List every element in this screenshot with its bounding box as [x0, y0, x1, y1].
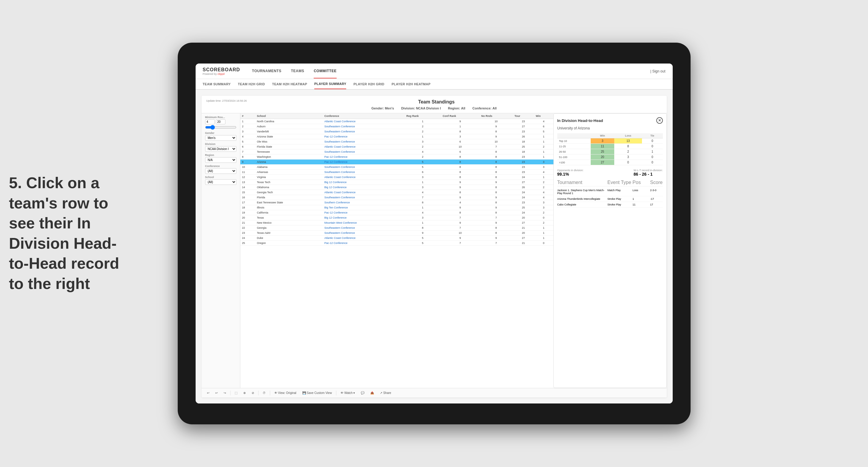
- cell-conf-rank: 9: [441, 220, 479, 225]
- cell-school: Virginia: [255, 175, 322, 180]
- update-time: Update time: 27/03/2024 16:56:26: [206, 99, 247, 102]
- table-row[interactable]: 12 Virginia Atlantic Coast Conference 3 …: [240, 175, 553, 180]
- cell-conf-rank: 9: [441, 119, 479, 124]
- h2h-tie-cell: 0: [642, 160, 663, 165]
- h2h-loss-cell: 0: [614, 160, 642, 165]
- cell-school: Illinois: [255, 205, 322, 210]
- table-row[interactable]: 15 Georgia Tech Atlantic Coast Conferenc…: [240, 190, 553, 195]
- table-row[interactable]: 5 Ole Miss Southeastern Conference 3 6 1…: [240, 139, 553, 144]
- table-row[interactable]: 11 Arkansas Southeastern Conference 6 8 …: [240, 170, 553, 175]
- sub-nav-player-summary[interactable]: PLAYER SUMMARY: [314, 79, 346, 89]
- h2h-tie-cell: 1: [642, 149, 663, 154]
- table-row[interactable]: 8 Washington Pac-12 Conference 2 8 8 23 …: [240, 154, 553, 160]
- cell-conference: Atlantic Coast Conference: [322, 144, 405, 149]
- nav-item-committee[interactable]: COMMITTEE: [314, 64, 337, 79]
- cell-reg-rank: 5: [405, 236, 441, 241]
- table-row[interactable]: 3 Vanderbilt Southeastern Conference 2 8…: [240, 129, 553, 134]
- h2h-win-header: Win: [591, 133, 615, 138]
- sub-nav-team-h2h-heatmap[interactable]: TEAM H2H HEATMAP: [272, 79, 307, 89]
- sub-nav-player-h2h-grid[interactable]: PLAYER H2H GRID: [353, 79, 384, 89]
- table-row[interactable]: 24 Duke Atlantic Coast Conference 5 9 9 …: [240, 236, 553, 241]
- toolbar-redo2[interactable]: ↪: [222, 391, 228, 396]
- cell-win: 4: [534, 170, 553, 175]
- toolbar-comment[interactable]: 💬: [359, 391, 366, 396]
- filter-school: School (All): [205, 176, 237, 185]
- filter-gender-select[interactable]: Men's: [205, 135, 237, 141]
- filter-region-select[interactable]: N/A: [205, 157, 237, 163]
- cell-conference: Big 12 Conference: [322, 180, 405, 185]
- table-row[interactable]: 18 Illinois Big Ten Conference 1 9 9 25 …: [240, 205, 553, 210]
- table-row[interactable]: 6 Florida State Atlantic Coast Conferenc…: [240, 144, 553, 149]
- cell-school: Auburn: [255, 124, 322, 129]
- cell-win: 2: [534, 210, 553, 215]
- table-row[interactable]: 19 California Pac-12 Conference 4 8 8 24…: [240, 210, 553, 215]
- table-row[interactable]: 7 Tennessee Southeastern Conference 4 6 …: [240, 149, 553, 154]
- toolbar-export[interactable]: 📤: [369, 391, 376, 396]
- cell-school: California: [255, 210, 322, 215]
- cell-conf-rank: 7: [441, 225, 479, 230]
- table-row[interactable]: 21 New Mexico Mountain West Conference 1…: [240, 220, 553, 225]
- cell-tour: 21: [513, 225, 534, 230]
- toolbar-add[interactable]: ⊕: [242, 391, 247, 396]
- toolbar-copy[interactable]: ⬚: [233, 391, 239, 396]
- toolbar-undo[interactable]: ↩: [205, 391, 211, 396]
- sub-nav-team-h2h-grid[interactable]: TEAM H2H GRID: [238, 79, 265, 89]
- table-row[interactable]: 25 Oregon Pac-12 Conference 5 7 7 21 0: [240, 241, 553, 246]
- logo-title: SCOREBOARD: [203, 67, 240, 72]
- toolbar-timer[interactable]: ⏱: [261, 391, 268, 396]
- h2h-loss-cell: 2: [614, 149, 642, 154]
- h2h-close-button[interactable]: ✕: [656, 117, 663, 124]
- table-row[interactable]: 14 Oklahoma Big 12 Conference 3 9 8 26 2: [240, 185, 553, 190]
- cell-rank: 24: [240, 236, 255, 241]
- filter-division-select[interactable]: NCAA Division I: [205, 146, 237, 152]
- toolbar-watch[interactable]: 👁 Watch ▾: [339, 391, 357, 396]
- table-row[interactable]: 20 Texas Big 12 Conference 3 7 7 20 0: [240, 215, 553, 220]
- toolbar-save-custom[interactable]: 💾 Save Custom View: [301, 391, 334, 396]
- table-row[interactable]: 1 North Carolina Atlantic Coast Conferen…: [240, 119, 553, 124]
- h2h-rank-label: Top 10: [557, 138, 591, 144]
- filter-min-rou-input[interactable]: [205, 119, 215, 124]
- cell-conf-rank: 6: [441, 149, 479, 154]
- table-row[interactable]: 10 Alabama Southeastern Conference 5 8 8…: [240, 165, 553, 170]
- cell-conf-rank: 9: [441, 185, 479, 190]
- table-row[interactable]: 2 Auburn Southeastern Conference 2 1 9 2…: [240, 124, 553, 129]
- toolbar-redo1[interactable]: ↩: [214, 391, 219, 396]
- cell-win: 4: [534, 190, 553, 195]
- filter-min-rou-max-input[interactable]: [216, 119, 225, 124]
- table-row[interactable]: 23 Texas A&M Southeastern Conference 9 1…: [240, 230, 553, 236]
- table-row[interactable]: 16 Florida Southeastern Conference 7 9 9…: [240, 195, 553, 200]
- panel-meta: Gender: Men's Division: NCAA Division I …: [206, 106, 662, 110]
- cell-reg-rank: 3: [405, 139, 441, 144]
- sub-nav-team-summary[interactable]: TEAM SUMMARY: [203, 79, 231, 89]
- table-row[interactable]: 4 Arizona State Pac-12 Conference 1 3 9 …: [240, 134, 553, 139]
- nav-item-tournaments[interactable]: TOURNAMENTS: [252, 64, 281, 79]
- filter-min-rou-slider[interactable]: [205, 125, 237, 130]
- table-row[interactable]: 17 East Tennessee State Southern Confere…: [240, 200, 553, 205]
- standings-table-area: # School Conference Reg Rank Conf Rank N…: [240, 113, 553, 388]
- cell-rank: 7: [240, 149, 255, 154]
- toolbar-remove[interactable]: ⊘: [250, 391, 256, 396]
- t-col-pos: Pos: [632, 180, 650, 185]
- toolbar-view-original[interactable]: 👁 View: Original: [273, 391, 298, 396]
- table-row[interactable]: 13 Texas Tech Big 12 Conference 1 9 9 27…: [240, 180, 553, 185]
- sub-nav-player-h2h-heatmap[interactable]: PLAYER H2H HEATMAP: [392, 79, 431, 89]
- nav-item-teams[interactable]: TEAMS: [291, 64, 305, 79]
- cell-school: East Tennessee State: [255, 200, 322, 205]
- filter-conference-select[interactable]: (All): [205, 168, 237, 174]
- cell-conference: Pac-12 Conference: [322, 134, 405, 139]
- toolbar-share[interactable]: ↗ Share: [378, 391, 393, 396]
- cell-tour: 27: [513, 220, 534, 225]
- cell-no-rnds: 9: [479, 195, 513, 200]
- filter-school-select[interactable]: (All): [205, 179, 237, 185]
- cell-conference: Big Ten Conference: [322, 205, 405, 210]
- cell-no-rnds: 8: [479, 230, 513, 236]
- toolbar-sep1: [230, 391, 230, 396]
- cell-conf-rank: 8: [441, 154, 479, 160]
- table-row[interactable]: 9 Arizona Pac-12 Conference 5 8 8 23 3: [240, 160, 553, 165]
- sign-out-button[interactable]: | Sign out: [650, 69, 665, 73]
- cell-school: Vanderbilt: [255, 129, 322, 134]
- annotation-text: 5. Click on a team's row to see their In…: [9, 173, 122, 294]
- h2h-tie-header: Tie: [642, 133, 663, 138]
- table-row[interactable]: 22 Georgia Southeastern Conference 8 7 8…: [240, 225, 553, 230]
- t-event-type: Stroke Play: [608, 197, 632, 200]
